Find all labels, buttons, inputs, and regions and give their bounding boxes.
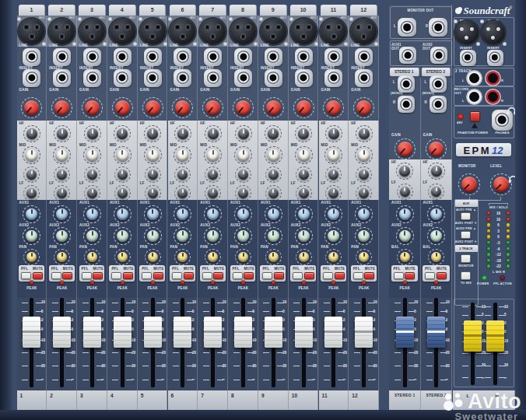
ch6-hf-knob[interactable] xyxy=(174,125,191,142)
ch1-lf-knob[interactable] xyxy=(23,185,40,201)
ch6-mid-freq-knob[interactable] xyxy=(174,166,191,183)
ch9-mute-button[interactable] xyxy=(274,272,284,279)
ch10-pfl-button[interactable] xyxy=(293,272,303,279)
ch12-pan-knob[interactable] xyxy=(356,249,372,265)
stereo1-gain-knob[interactable] xyxy=(394,138,416,159)
ch10-fader-cap[interactable] xyxy=(295,317,313,348)
ch2-hf-knob[interactable] xyxy=(54,125,71,142)
ch5-fader-cap[interactable] xyxy=(144,317,162,348)
ch9-fader-cap[interactable] xyxy=(265,317,282,348)
ch1-mute-button[interactable] xyxy=(33,272,43,279)
ch6-lf-knob[interactable] xyxy=(174,185,191,201)
ch3-fader-cap[interactable] xyxy=(83,317,101,348)
stereo2-lf-knob[interactable] xyxy=(428,184,444,200)
stereo1-mute-button[interactable] xyxy=(405,272,415,279)
ch2-mute-button[interactable] xyxy=(62,272,72,279)
ch1-pfl-button[interactable] xyxy=(21,272,31,279)
stereo1-aux1-knob[interactable] xyxy=(396,205,414,223)
ch11-mid-freq-knob[interactable] xyxy=(325,166,342,183)
ch6-mid-knob[interactable] xyxy=(174,146,191,164)
ch4-mid-knob[interactable] xyxy=(114,146,132,164)
ch11-pfl-button[interactable] xyxy=(323,272,333,279)
ch8-pfl-button[interactable] xyxy=(233,272,243,279)
ch4-gain-knob[interactable] xyxy=(112,97,133,118)
ch11-gain-knob[interactable] xyxy=(323,97,344,118)
ch4-pfl-button[interactable] xyxy=(111,272,121,279)
ch10-mid-knob[interactable] xyxy=(295,146,313,164)
ch2-fader-cap[interactable] xyxy=(53,317,71,348)
ch9-pan-knob[interactable] xyxy=(265,249,282,265)
stereo1-lf-knob[interactable] xyxy=(397,184,413,200)
ch5-mid-knob[interactable] xyxy=(144,146,162,164)
ch1-hf-knob[interactable] xyxy=(23,125,40,142)
ch6-aux2-knob[interactable] xyxy=(174,227,191,245)
ch3-pan-knob[interactable] xyxy=(84,249,100,265)
stereo2-hf-knob[interactable] xyxy=(428,163,445,180)
ch7-fader-cap[interactable] xyxy=(204,317,222,348)
ch5-hf-knob[interactable] xyxy=(144,125,161,142)
ch3-lf-knob[interactable] xyxy=(84,185,100,201)
ch9-gain-knob[interactable] xyxy=(263,97,284,118)
ch12-mid-freq-knob[interactable] xyxy=(356,166,372,183)
ch1-gain-knob[interactable] xyxy=(21,97,42,118)
stereo1-bal-knob[interactable] xyxy=(397,249,413,265)
ch8-mid-freq-knob[interactable] xyxy=(235,166,251,183)
ch8-fader-cap[interactable] xyxy=(234,317,252,348)
stereo2-pfl-button[interactable] xyxy=(425,272,435,279)
ch5-mute-button[interactable] xyxy=(153,272,163,279)
ch5-aux1-knob[interactable] xyxy=(144,205,162,223)
ch8-mute-button[interactable] xyxy=(244,272,254,279)
ch9-pfl-button[interactable] xyxy=(262,272,272,279)
ch1-mid-freq-knob[interactable] xyxy=(23,166,40,183)
stereo2-bal-knob[interactable] xyxy=(428,249,444,265)
ch8-pan-knob[interactable] xyxy=(235,249,251,265)
ch10-aux2-knob[interactable] xyxy=(295,227,313,245)
ch4-lf-knob[interactable] xyxy=(114,185,131,201)
ch6-fader-cap[interactable] xyxy=(174,317,191,348)
ch7-lf-knob[interactable] xyxy=(205,185,221,201)
ch2-aux2-knob[interactable] xyxy=(53,227,71,245)
ch12-aux2-knob[interactable] xyxy=(355,227,373,245)
stereo1-aux2-knob[interactable] xyxy=(396,227,414,245)
ch2-mid-freq-knob[interactable] xyxy=(54,166,70,183)
ch2-lf-knob[interactable] xyxy=(54,185,70,201)
ch3-gain-knob[interactable] xyxy=(82,97,103,118)
aux1-pre-post-button[interactable] xyxy=(461,212,471,220)
ch7-aux2-knob[interactable] xyxy=(204,227,222,245)
ch7-mute-button[interactable] xyxy=(213,272,223,279)
stereo2-aux1-knob[interactable] xyxy=(427,205,445,223)
ch11-lf-knob[interactable] xyxy=(325,185,342,201)
ch12-mute-button[interactable] xyxy=(364,272,374,279)
ch5-aux2-knob[interactable] xyxy=(144,227,162,245)
ch7-pan-knob[interactable] xyxy=(205,249,221,265)
ch2-mid-knob[interactable] xyxy=(53,146,71,164)
ch7-hf-knob[interactable] xyxy=(205,125,222,142)
ch6-aux1-knob[interactable] xyxy=(174,205,191,223)
ch12-gain-knob[interactable] xyxy=(353,97,374,118)
ch8-gain-knob[interactable] xyxy=(233,97,254,118)
ch3-mute-button[interactable] xyxy=(93,272,103,279)
two-track-monitor-button[interactable] xyxy=(461,254,471,263)
ch11-aux2-knob[interactable] xyxy=(324,227,342,245)
ch2-gain-knob[interactable] xyxy=(51,97,72,118)
ch9-hf-knob[interactable] xyxy=(265,125,282,142)
ch9-aux1-knob[interactable] xyxy=(265,205,282,223)
master-fader-l-cap[interactable] xyxy=(464,320,482,352)
ch1-mid-knob[interactable] xyxy=(23,146,40,164)
ch4-mute-button[interactable] xyxy=(123,272,133,279)
level-master-knob[interactable] xyxy=(490,173,512,195)
ch3-aux1-knob[interactable] xyxy=(83,205,101,223)
ch7-aux1-knob[interactable] xyxy=(204,205,222,223)
ch11-hf-knob[interactable] xyxy=(325,125,342,142)
ch4-hf-knob[interactable] xyxy=(114,125,131,142)
ch6-gain-knob[interactable] xyxy=(172,97,193,118)
ch9-aux2-knob[interactable] xyxy=(265,227,282,245)
ch8-aux2-knob[interactable] xyxy=(234,227,252,245)
stereo2-gain-knob[interactable] xyxy=(426,138,447,159)
ch10-hf-knob[interactable] xyxy=(295,125,312,142)
ch4-pan-knob[interactable] xyxy=(114,249,131,265)
ch8-lf-knob[interactable] xyxy=(235,185,251,201)
ch4-mid-freq-knob[interactable] xyxy=(114,166,131,183)
ch8-hf-knob[interactable] xyxy=(235,125,252,142)
ch3-aux2-knob[interactable] xyxy=(83,227,101,245)
